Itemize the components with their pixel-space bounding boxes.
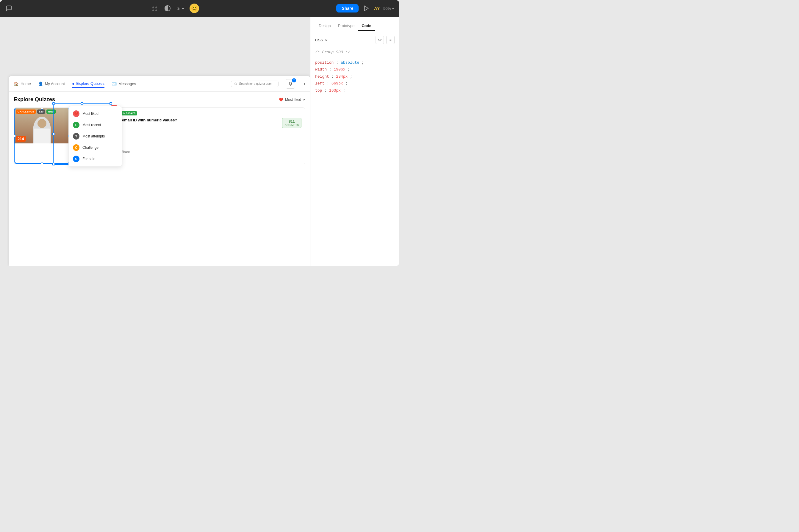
code-panel-header: CSS <> ≡ (315, 36, 395, 44)
card1-badge-row: CHALLENGE $20 END (14, 110, 70, 114)
code-panel: CSS <> ≡ /* Group 900 */ (310, 31, 399, 266)
right-panel: Design Prototype Code CSS <> (310, 17, 399, 266)
more-button[interactable]: › (304, 81, 305, 87)
main-area: 🏠 Home 👤 My Account ● Explore Quizzes ✉️… (0, 17, 399, 266)
card2-attempts-badge: 811 ATTEMPTS (282, 118, 301, 128)
code-block: position : absolute ; width : 190px ; he… (315, 59, 395, 94)
sort-dropdown-menu: ❤️ Most liked L Most recent ? Most attem… (69, 106, 122, 167)
nav-explore-quizzes[interactable]: ● Explore Quizzes (72, 80, 104, 88)
for-sale-icon: S (73, 156, 79, 162)
sort-dropdown[interactable]: ❤️ Most liked (279, 98, 305, 102)
code-menu-button[interactable]: ≡ (386, 36, 395, 44)
nav-my-account[interactable]: 👤 My Account (38, 80, 65, 88)
code-prop-position: position (315, 60, 334, 65)
cards-row: CHALLENGE $20 END 214 (14, 108, 305, 164)
dropdown-item-challenge[interactable]: C Challenge (69, 142, 122, 153)
app-preview: 🏠 Home 👤 My Account ● Explore Quizzes ✉️… (9, 76, 310, 266)
bell-button[interactable]: 2 (286, 79, 295, 89)
quiz-card-1[interactable]: CHALLENGE $20 END 214 (14, 108, 70, 164)
sort-heart-icon: ❤️ (279, 98, 283, 102)
code-prop-left: left (315, 81, 324, 86)
grid-icon[interactable] (150, 4, 158, 13)
nav-my-account-label: My Account (45, 81, 65, 86)
search-icon (234, 82, 237, 86)
dropdown-item-most-recent[interactable]: L Most recent (69, 119, 122, 131)
svg-rect-2 (152, 9, 154, 11)
canvas-area[interactable]: 🏠 Home 👤 My Account ● Explore Quizzes ✉️… (0, 17, 310, 266)
dropdown-challenge-label: Challenge (82, 146, 98, 150)
code-line-width: width : 190px ; (315, 66, 395, 73)
nav-home-label: Home (21, 81, 31, 86)
theme-icon[interactable] (164, 4, 172, 13)
card1-image-area: CHALLENGE $20 END 214 (14, 108, 70, 144)
explore-icon: ● (72, 81, 74, 86)
nav-messages[interactable]: ✉️ Messages (112, 80, 136, 88)
card1-rh-bl[interactable] (14, 162, 16, 164)
section-title: Explore Quizzes (14, 96, 55, 103)
most-recent-icon: L (73, 122, 79, 128)
code-val-left: 669px (331, 81, 343, 86)
dropdown-for-sale-label: For sale (82, 157, 95, 161)
nav-explore-label: Explore Quizzes (76, 81, 104, 86)
css-dropdown[interactable]: CSS (315, 38, 328, 42)
play-icon[interactable] (362, 4, 370, 13)
code-icons: <> ≡ (376, 36, 395, 44)
most-attempts-icon: ? (73, 133, 79, 139)
code-val-position: absolute (341, 60, 359, 65)
card1-badge-price: $20 (37, 110, 45, 114)
svg-rect-1 (155, 6, 157, 8)
toolbar: 😊 Share A? 50% (0, 0, 399, 17)
nav-search[interactable] (231, 81, 279, 87)
svg-marker-7 (364, 6, 368, 11)
most-liked-icon: ❤️ (73, 110, 79, 117)
copy-icon[interactable] (176, 4, 185, 13)
accessibility-button[interactable]: A? (374, 6, 380, 11)
code-line-left: left : 669px ; (315, 80, 395, 87)
dropdown-most-liked-label: Most liked (82, 112, 98, 116)
code-brackets-icon: <> (378, 38, 382, 42)
svg-rect-5 (178, 8, 179, 10)
resize-tm[interactable] (81, 102, 83, 105)
dropdown-most-recent-label: Most recent (82, 123, 101, 127)
code-line-top: top : 163px ; (315, 87, 395, 94)
nav-home[interactable]: 🏠 Home (14, 80, 31, 88)
code-prop-top: top (315, 88, 322, 93)
code-copy-button[interactable]: <> (376, 36, 384, 44)
resize-tr[interactable] (110, 102, 112, 105)
card1-count-left: 214 (16, 136, 26, 141)
app-window: 😊 Share A? 50% (0, 0, 399, 266)
account-icon: 👤 (38, 81, 43, 86)
dropdown-item-for-sale[interactable]: S For sale (69, 153, 122, 165)
zoom-control[interactable]: 50% (383, 6, 395, 11)
code-val-width: 190px (334, 67, 345, 72)
code-val-top: 163px (329, 88, 341, 93)
search-input[interactable] (239, 82, 275, 86)
messages-icon: ✉️ (112, 81, 117, 86)
code-prop-width: width (315, 67, 327, 72)
toolbar-right: Share A? 50% (336, 4, 395, 13)
card1-rh-bm[interactable] (41, 162, 43, 164)
tab-code[interactable]: Code (358, 21, 375, 31)
dropdown-item-most-liked[interactable]: ❤️ Most liked (69, 108, 122, 119)
css-dropdown-label: CSS (315, 38, 323, 42)
card1-badge-end: END (46, 110, 56, 114)
nav-messages-label: Messages (118, 81, 136, 86)
app-nav: 🏠 Home 👤 My Account ● Explore Quizzes ✉️… (9, 76, 310, 92)
challenge-icon: C (73, 144, 79, 151)
share-button[interactable]: Share (336, 4, 359, 13)
dropdown-most-attempts-label: Most attempts (82, 134, 105, 138)
section-header: Explore Quizzes ❤️ Most liked (14, 96, 305, 103)
svg-rect-3 (155, 9, 157, 11)
toolbar-center: 😊 (150, 4, 199, 13)
code-comment: /* Group 900 */ (315, 50, 395, 54)
dropdown-item-most-attempts[interactable]: ? Most attempts (69, 131, 122, 142)
code-line-position: position : absolute ; (315, 59, 395, 66)
comment-icon[interactable] (5, 4, 13, 13)
code-val-height: 234px (336, 74, 347, 79)
home-icon: 🏠 (14, 81, 19, 86)
bell-icon (288, 82, 292, 86)
user-avatar[interactable]: 😊 (190, 4, 199, 13)
resize-tl[interactable] (52, 102, 55, 105)
tab-design[interactable]: Design (315, 21, 334, 31)
tab-prototype[interactable]: Prototype (334, 21, 358, 31)
